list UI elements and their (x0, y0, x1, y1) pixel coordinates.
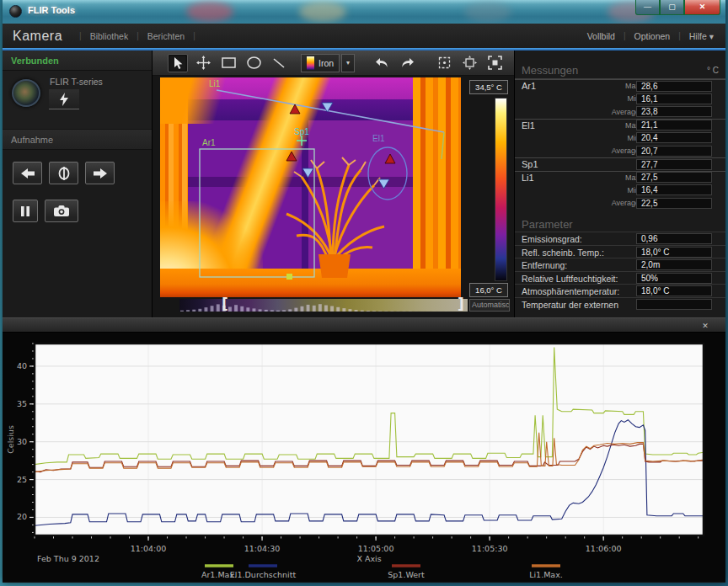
fullscreen-icon (488, 56, 502, 70)
zoom-fit-button[interactable] (434, 54, 454, 72)
ellipse-tool-button[interactable] (244, 54, 264, 72)
maximize-icon: ▢ (668, 3, 676, 11)
measurement-value: 28,6 (636, 81, 712, 92)
chart-panel: 11:04:0011:04:3011:05:0011:05:3011:06:00… (3, 333, 725, 582)
x-tick-label: 11:04:00 (131, 544, 167, 553)
next-button[interactable] (85, 162, 115, 184)
thermal-plant (286, 165, 384, 261)
tab-kamera[interactable]: Kamera (13, 29, 62, 44)
measurement-value: 22,5 (636, 198, 712, 209)
temperature-scale-gradient[interactable] (495, 98, 507, 281)
flash-button[interactable] (49, 89, 79, 109)
titlebar[interactable]: FLIR Tools — ▢ ✕ (3, 0, 725, 24)
fullscreen-button[interactable] (484, 54, 505, 72)
auto-adjust-button[interactable]: Automatisch (469, 299, 510, 312)
measurement-row: Min20,4 (515, 131, 725, 145)
tab-bibliothek[interactable]: Bibliothek (90, 31, 129, 41)
thermal-image[interactable]: Li1 Ar1 El1 (160, 77, 461, 297)
minimize-button[interactable]: — (635, 0, 660, 15)
app-icon (9, 5, 22, 18)
menu-hilfe[interactable]: Hilfe ▾ (689, 31, 714, 41)
measurement-name: El1 (522, 120, 535, 131)
menu-bar: Kamera | Bibliothek | Berichten | Vollbi… (3, 24, 725, 48)
measurement-row: Average23,8 (515, 105, 725, 119)
pan-arrows-icon (463, 56, 477, 70)
redo-button[interactable] (397, 54, 417, 72)
thermal-overlay-svg: Li1 Ar1 El1 (160, 77, 461, 297)
pause-button[interactable] (13, 200, 38, 222)
measurement-value: 23,8 (636, 106, 712, 117)
palette-dropdown-button[interactable]: ▾ (341, 54, 355, 72)
menu-separator: | (193, 31, 195, 40)
y-tick-label: 35 (17, 399, 27, 408)
parameter-value-field[interactable]: 50% (636, 273, 712, 284)
measurement-value: 27,5 (636, 172, 712, 183)
measurement-line-li1[interactable]: Li1 (209, 79, 444, 159)
close-icon: ✕ (702, 322, 709, 330)
recording-section-header: Aufnahme (3, 130, 152, 150)
measurement-rect-ar1[interactable]: Ar1 (200, 138, 314, 280)
parameter-value-field[interactable]: 18,0° C (636, 285, 712, 296)
parameter-label: Atmosphärentemperatur: (522, 286, 619, 296)
measurements-unit: ° C (707, 66, 719, 75)
close-icon: ✕ (699, 3, 706, 11)
parameter-value-field[interactable] (636, 299, 712, 310)
line-icon (272, 57, 286, 69)
measurement-value: 27,7 (636, 159, 712, 170)
undo-button[interactable] (372, 54, 392, 72)
parameter-row: Refl. scheinb. Temp.:18,0° C (515, 245, 725, 258)
camera-icon (53, 205, 70, 217)
parameter-value-field[interactable]: 0,96 (636, 233, 712, 244)
parameter-row: Atmosphärentemperatur:18,0° C (515, 284, 725, 297)
svg-text:Li1: Li1 (209, 79, 221, 88)
measurement-row: Min16,1 (515, 93, 725, 106)
chart-close-button[interactable]: ✕ (699, 321, 712, 331)
tab-berichten[interactable]: Berichten (147, 31, 185, 41)
parameter-label: Entfernung: (522, 260, 567, 270)
close-button[interactable]: ✕ (684, 0, 720, 15)
rectangle-tool-button[interactable] (218, 54, 238, 72)
measurement-row: Li1Max27,5 (515, 171, 725, 184)
previous-button[interactable] (13, 162, 42, 184)
spotmeter-crosshair-icon (196, 56, 211, 70)
spot-tool-button[interactable] (193, 54, 213, 72)
window-title: FLIR Tools (28, 5, 75, 15)
palette-selector[interactable]: Iron (301, 54, 340, 72)
measurement-value: 21,1 (636, 120, 712, 131)
menu-vollbild[interactable]: Vollbild (587, 31, 615, 41)
level-low-handle[interactable]: [ (222, 296, 228, 312)
thermal-image-area: Li1 Ar1 El1 (153, 76, 514, 317)
scale-min-box[interactable]: 16,0° C (469, 283, 508, 297)
level-high-handle[interactable]: ] (458, 296, 464, 312)
panel-splitter[interactable]: ✕ (3, 317, 725, 333)
svg-text:Ar1: Ar1 (202, 138, 216, 147)
parameter-value-field[interactable]: 18,0° C (636, 247, 712, 258)
y-tick-label: 20 (17, 512, 27, 521)
measurement-row: Ar1Max28,6 (515, 79, 725, 93)
snapshot-button[interactable] (45, 200, 78, 222)
measurement-stat-label: Average (612, 108, 640, 116)
pause-icon (20, 205, 30, 217)
y-tick-label: 40 (17, 361, 27, 370)
maximize-button[interactable]: ▢ (660, 0, 684, 15)
record-toggle-button[interactable] (49, 162, 78, 184)
fit-screen-icon (437, 56, 452, 70)
device-row[interactable]: FLIR T-series (3, 71, 152, 130)
ar1-marker (286, 274, 292, 280)
line-tool-button[interactable] (269, 54, 289, 72)
legend-item: Sp1.Wert (388, 566, 425, 579)
measurements-header: Messungen ° C (515, 62, 725, 79)
svg-text:El1: El1 (372, 134, 385, 143)
measurement-ellipse-el1[interactable]: El1 (368, 134, 407, 200)
legend-label: Li1.Max. (529, 570, 563, 579)
x-tick-label: 11:06:00 (586, 544, 622, 553)
pan-button[interactable] (459, 54, 479, 72)
scale-max-box[interactable]: 34,5° C (469, 80, 508, 94)
menu-separator: | (136, 31, 139, 40)
spot-cross-icon (297, 136, 307, 146)
parameter-value-field[interactable]: 2,0m (636, 259, 712, 270)
select-tool-button[interactable] (168, 54, 188, 72)
measurement-spot-sp1[interactable]: Sp1 (294, 127, 309, 146)
ellipse-icon (247, 56, 261, 69)
menu-optionen[interactable]: Optionen (634, 31, 671, 41)
